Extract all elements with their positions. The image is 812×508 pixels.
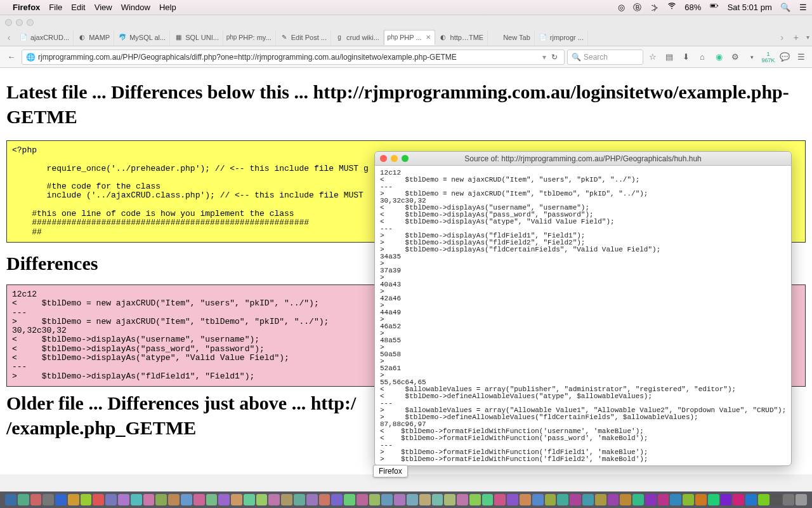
dock-app-icon[interactable] xyxy=(369,494,381,505)
dock-app-icon[interactable] xyxy=(721,494,732,505)
dock-app-icon[interactable] xyxy=(43,494,54,505)
dock-app-icon[interactable] xyxy=(18,494,29,505)
download-icon[interactable]: ⬇ xyxy=(679,52,693,62)
dock-app-icon[interactable] xyxy=(244,494,255,505)
dock-app-icon[interactable] xyxy=(708,494,719,505)
menu-file[interactable]: File xyxy=(49,3,62,12)
app-name[interactable]: Firefox xyxy=(13,3,40,12)
dock-app-icon[interactable] xyxy=(419,494,431,505)
dock-app-icon[interactable] xyxy=(381,494,393,505)
dock-app-icon[interactable] xyxy=(670,494,681,505)
menu-list-icon[interactable]: ☰ xyxy=(799,3,807,12)
dock-app-icon[interactable] xyxy=(783,494,794,505)
dock-app-icon[interactable] xyxy=(256,494,268,505)
dock-app-icon[interactable] xyxy=(570,494,581,505)
dock-app-icon[interactable] xyxy=(155,494,167,505)
dock-app-icon[interactable] xyxy=(507,494,518,505)
dock-app-icon[interactable] xyxy=(181,494,192,505)
browser-tab[interactable]: 📄ajaxCRUD... xyxy=(15,30,74,45)
dock-app-icon[interactable] xyxy=(93,494,104,505)
popup-max[interactable] xyxy=(402,155,409,162)
dock-app-icon[interactable] xyxy=(281,494,292,505)
browser-tab[interactable]: phpPHP: my... xyxy=(223,30,276,45)
dock-app-icon[interactable] xyxy=(331,494,343,505)
dock-app-icon[interactable] xyxy=(407,494,418,505)
tab-close-icon[interactable]: ✕ xyxy=(426,34,431,41)
dock-app-icon[interactable] xyxy=(683,494,694,505)
browser-tab[interactable]: New Tab xyxy=(488,30,535,45)
dock-app-icon[interactable] xyxy=(632,494,644,505)
addon-icon-2[interactable]: ⚙ xyxy=(728,52,742,62)
popup-source-body[interactable]: 12c12 < $tblDemo = new ajaxCRUD("Item", … xyxy=(375,166,791,466)
dock-app-icon[interactable] xyxy=(796,494,807,505)
dock-app-icon[interactable] xyxy=(357,494,368,505)
tab-dropdown[interactable]: ▾ xyxy=(804,34,812,41)
browser-tab[interactable]: 📄rjmprogr ... xyxy=(535,30,588,45)
dock-app-icon[interactable] xyxy=(218,494,230,505)
browser-tab[interactable]: ◐http…TME xyxy=(435,30,488,45)
dock-app-icon[interactable] xyxy=(494,494,506,505)
dock-app-icon[interactable] xyxy=(231,494,242,505)
tab-nav-back[interactable]: ‹ xyxy=(3,32,15,43)
dock-app-icon[interactable] xyxy=(520,494,531,505)
reload-button[interactable]: ↻ xyxy=(549,53,560,62)
tab-nav-fwd[interactable]: › xyxy=(776,32,789,43)
dock-app-icon[interactable] xyxy=(306,494,318,505)
dock-app-icon[interactable] xyxy=(745,494,757,505)
dock-app-icon[interactable] xyxy=(695,494,707,505)
dock-app-icon[interactable] xyxy=(444,494,455,505)
reader-icon[interactable]: ▤ xyxy=(662,52,676,62)
spotlight-icon[interactable]: 🔍 xyxy=(780,3,790,12)
dock-app-icon[interactable] xyxy=(758,494,769,505)
dock-app-icon[interactable] xyxy=(457,494,468,505)
hamburger-icon[interactable]: ☰ xyxy=(794,52,808,62)
dock-app-icon[interactable] xyxy=(482,494,494,505)
wifi-icon[interactable] xyxy=(667,1,676,10)
browser-tab[interactable]: ◐MAMP xyxy=(74,30,114,45)
dock-app-icon[interactable] xyxy=(658,494,669,505)
dock-app-icon[interactable] xyxy=(608,494,619,505)
back-button[interactable]: ← xyxy=(4,50,19,65)
status-icon-2[interactable]: Ⓑ xyxy=(633,2,641,13)
window-close[interactable] xyxy=(5,19,12,26)
addon-icon-1[interactable]: ◉ xyxy=(712,52,726,62)
addon-dropdown[interactable]: ▾ xyxy=(745,54,759,60)
new-tab-button[interactable]: + xyxy=(789,32,804,43)
popup-min[interactable] xyxy=(391,155,398,162)
menu-help[interactable]: Help xyxy=(159,3,176,12)
dock-app-icon[interactable] xyxy=(55,494,67,505)
clock[interactable]: Sat 5:01 pm xyxy=(728,3,772,12)
dock-app-icon[interactable] xyxy=(30,494,42,505)
dock-app-icon[interactable] xyxy=(645,494,657,505)
dock-app-icon[interactable] xyxy=(557,494,568,505)
dock-app-icon[interactable] xyxy=(131,494,142,505)
status-icon-3[interactable]: ⦔ xyxy=(650,3,658,12)
browser-tab[interactable]: phpPHP ...✕ xyxy=(384,30,435,45)
dock-app-icon[interactable] xyxy=(532,494,544,505)
window-min[interactable] xyxy=(16,19,23,26)
browser-tab[interactable]: ✎Edit Post ... xyxy=(276,30,331,45)
dock-app-icon[interactable] xyxy=(733,494,744,505)
dock-app-icon[interactable] xyxy=(268,494,280,505)
dock-app-icon[interactable] xyxy=(319,494,331,505)
popup-titlebar[interactable]: Source of: http://rjmprogramming.com.au/… xyxy=(375,152,791,166)
menu-view[interactable]: View xyxy=(95,3,112,12)
dock-app-icon[interactable] xyxy=(193,494,205,505)
dock-app-icon[interactable] xyxy=(206,494,218,505)
dock-app-icon[interactable] xyxy=(595,494,606,505)
home-icon[interactable]: ⌂ xyxy=(695,52,709,62)
window-max[interactable] xyxy=(27,19,34,26)
browser-tab[interactable]: gcrud wiki... xyxy=(331,30,384,45)
dock-app-icon[interactable] xyxy=(620,494,631,505)
dock-app-icon[interactable] xyxy=(432,494,443,505)
dock-app-icon[interactable] xyxy=(294,494,305,505)
menu-window[interactable]: Window xyxy=(121,3,150,12)
dock-app-icon[interactable] xyxy=(394,494,405,505)
dock-app-icon[interactable] xyxy=(105,494,117,505)
chat-icon[interactable]: 💬 xyxy=(778,52,792,62)
search-field[interactable]: 🔍 Search xyxy=(567,50,643,65)
dock-app-icon[interactable] xyxy=(469,494,481,505)
dock-app-icon[interactable] xyxy=(143,494,155,505)
dock-app-icon[interactable] xyxy=(68,494,79,505)
dock-app-icon[interactable] xyxy=(5,494,16,505)
